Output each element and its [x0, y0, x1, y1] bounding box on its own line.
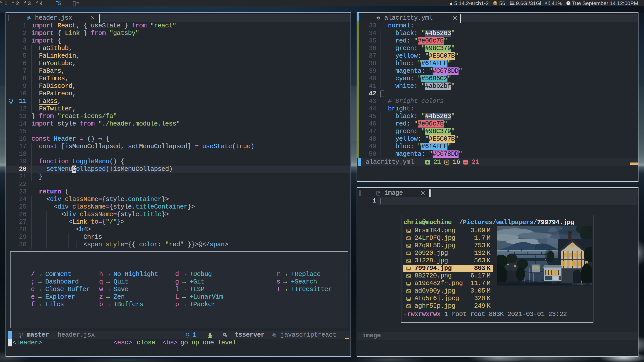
svg-text:www.DesktopBackground.org: www.DesktopBackground.org: [572, 283, 592, 285]
